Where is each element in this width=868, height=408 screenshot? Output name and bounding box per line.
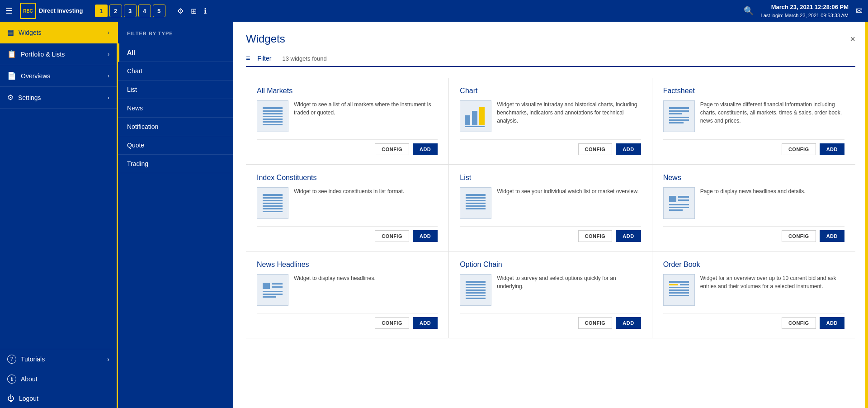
svg-rect-13: [669, 113, 682, 114]
add-button-index-constituents[interactable]: ADD: [413, 230, 438, 242]
widget-actions-news: CONFIG ADD: [663, 226, 844, 242]
sidebar-item-portfolio[interactable]: 📋 Portfolio & Lists ›: [0, 43, 117, 65]
tab-3[interactable]: 3: [124, 5, 137, 17]
filter-item-chart[interactable]: Chart: [118, 62, 233, 81]
add-button-option-chain[interactable]: ADD: [616, 317, 641, 329]
config-button-news-headlines[interactable]: CONFIG: [375, 317, 409, 329]
svg-rect-47: [466, 295, 486, 296]
topnav-right: 🔍 March 23, 2021 12:28:06 PM Last login:…: [744, 3, 863, 19]
tab-4[interactable]: 4: [138, 5, 151, 17]
add-button-factsheet[interactable]: ADD: [820, 143, 844, 155]
sidebar-item-overviews[interactable]: 📄 Overviews ›: [0, 65, 117, 87]
svg-rect-9: [479, 107, 485, 125]
filter-item-list[interactable]: List: [118, 81, 233, 99]
overviews-icon: 📄: [7, 71, 16, 80]
widget-body-index-constituents: Widget to see index constituents in list…: [257, 187, 438, 219]
svg-rect-51: [680, 284, 689, 285]
svg-rect-5: [263, 121, 283, 123]
svg-rect-42: [466, 281, 486, 283]
filter-item-notification[interactable]: Notification: [118, 118, 233, 136]
widget-actions-factsheet: CONFIG ADD: [663, 139, 844, 155]
widget-card-news-headlines: News Headlines Widg: [246, 251, 449, 338]
svg-rect-30: [669, 196, 676, 202]
widget-thumb-order-book: [663, 274, 695, 306]
portfolio-icon: 📋: [7, 50, 16, 58]
widgets-panel: Widgets × ≡ Filter 13 widgets found All …: [233, 22, 868, 408]
svg-rect-1: [263, 110, 283, 112]
filter-panel-title: FILTER BY TYPE: [118, 31, 233, 43]
tab-2[interactable]: 2: [109, 5, 122, 17]
svg-rect-54: [669, 292, 689, 294]
widget-actions-all-markets: CONFIG ADD: [257, 139, 438, 155]
add-button-order-book[interactable]: ADD: [820, 317, 844, 329]
merge-icon[interactable]: ⚙: [177, 7, 184, 15]
grid-icon[interactable]: ⊞: [191, 7, 197, 15]
widget-body-news: Page to display news headlines and detai…: [663, 187, 844, 219]
config-button-index-constituents[interactable]: CONFIG: [375, 230, 409, 242]
overviews-chevron-icon: ›: [108, 73, 109, 79]
widget-thumb-list: [460, 187, 491, 219]
widget-thumb-all-markets: [257, 100, 288, 132]
widget-desc-option-chain: Widget to survey and select options quic…: [497, 274, 641, 306]
config-button-factsheet[interactable]: CONFIG: [782, 143, 816, 155]
svg-rect-38: [272, 286, 283, 288]
filter-item-quote[interactable]: Quote: [118, 136, 233, 155]
svg-rect-22: [263, 208, 283, 209]
svg-rect-32: [678, 199, 689, 201]
config-button-option-chain[interactable]: CONFIG: [578, 317, 613, 329]
config-button-list[interactable]: CONFIG: [578, 230, 613, 242]
add-button-news[interactable]: ADD: [820, 230, 844, 242]
search-icon[interactable]: 🔍: [744, 6, 754, 16]
svg-rect-19: [263, 200, 283, 201]
filter-bar-label[interactable]: Filter: [257, 55, 271, 62]
sidebar-item-widgets[interactable]: ▦ Widgets ›: [0, 22, 117, 43]
svg-rect-40: [263, 294, 283, 295]
sidebar-item-tutorials[interactable]: ? Tutorials ›: [0, 349, 117, 369]
svg-rect-21: [263, 205, 283, 207]
sidebar-item-about[interactable]: ℹ About: [0, 369, 117, 389]
add-button-list[interactable]: ADD: [616, 230, 641, 242]
hamburger-icon[interactable]: ☰: [5, 6, 13, 16]
widget-title-news: News: [663, 174, 844, 182]
widget-body-option-chain: Widget to survey and select options quic…: [460, 274, 641, 306]
top-navigation: ☰ RBC Direct Investing 1 2 3 4 5 ⚙ ⊞ ℹ 🔍…: [0, 0, 868, 22]
filter-icon[interactable]: ≡: [246, 54, 250, 62]
add-button-all-markets[interactable]: ADD: [413, 143, 438, 155]
svg-rect-33: [669, 204, 689, 205]
svg-rect-44: [466, 287, 486, 288]
sidebar-item-settings[interactable]: ⚙ Settings ›: [0, 87, 117, 109]
tab-1[interactable]: 1: [95, 5, 108, 17]
config-button-news[interactable]: CONFIG: [782, 230, 816, 242]
svg-rect-34: [669, 207, 689, 208]
filter-panel: FILTER BY TYPE All Chart List News Notif…: [117, 22, 233, 408]
widget-title-factsheet: Factsheet: [663, 87, 844, 95]
left-sidebar: ▦ Widgets › 📋 Portfolio & Lists › 📄 Over…: [0, 22, 117, 408]
svg-rect-15: [669, 119, 689, 121]
widget-card-index-constituents: Index Constituents: [246, 165, 449, 251]
info-icon[interactable]: ℹ: [204, 7, 207, 15]
widget-thumb-news: [663, 187, 695, 219]
filter-item-news[interactable]: News: [118, 99, 233, 118]
config-button-order-book[interactable]: CONFIG: [782, 317, 816, 329]
widget-title-all-markets: All Markets: [257, 87, 438, 95]
svg-rect-0: [263, 107, 283, 109]
config-button-all-markets[interactable]: CONFIG: [375, 143, 409, 155]
widget-desc-list: Widget to see your individual watch list…: [497, 187, 641, 219]
widget-card-option-chain: Option Chain: [449, 251, 652, 338]
add-button-chart[interactable]: ADD: [616, 143, 641, 155]
config-button-chart[interactable]: CONFIG: [578, 143, 613, 155]
sidebar-item-logout[interactable]: ⏻ Logout: [0, 389, 117, 408]
tab-5[interactable]: 5: [153, 5, 165, 17]
logout-icon: ⏻: [7, 394, 14, 403]
filter-item-trading[interactable]: Trading: [118, 155, 233, 173]
svg-rect-16: [669, 122, 684, 123]
add-button-news-headlines[interactable]: ADD: [413, 317, 438, 329]
tutorials-label: Tutorials: [21, 356, 45, 363]
widget-desc-factsheet: Page to visualize different financial in…: [700, 100, 844, 132]
svg-rect-11: [669, 107, 689, 109]
close-button[interactable]: ×: [850, 34, 855, 43]
filter-item-all[interactable]: All: [118, 43, 233, 62]
message-icon[interactable]: ✉: [856, 6, 863, 16]
svg-rect-10: [465, 126, 485, 127]
svg-rect-29: [466, 208, 486, 209]
